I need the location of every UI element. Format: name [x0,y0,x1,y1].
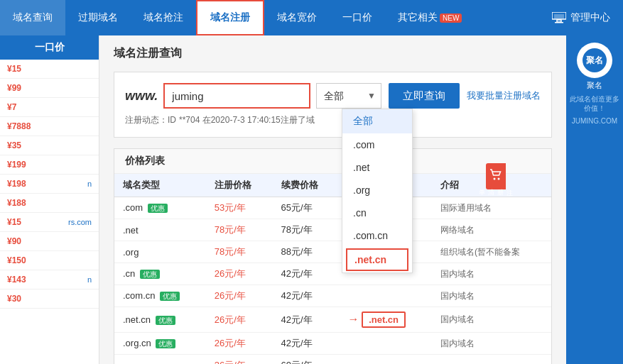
juming-text: 聚名 [577,80,612,91]
svg-point-5 [498,178,500,180]
cart-icon-area[interactable]: 注册清单 [486,163,506,189]
desc-cell: 国内域名 [432,307,551,333]
sidebar-price-8[interactable]: ¥188 [0,194,99,213]
search-row: www. 全部 .com .net .org .cn .com.cn .net.… [125,83,541,109]
promo-tag: 优惠 [148,204,168,213]
domain-type-cell: .cn 优惠 [114,263,206,285]
juming-circle: 聚名 [577,43,612,78]
main-content: 域名注册查询 www. 全部 .com .net .org .cn .com.c… [99,35,566,364]
renew-price-cell: 88元/年 [273,241,340,263]
table-row: .com.cn 优惠 26元/年 42元/年 国内域名 [114,285,551,307]
sidebar-price-13[interactable]: ¥30 [0,289,99,309]
sidebar-price-5[interactable]: ¥35 [0,136,99,155]
svg-text:聚名: 聚名 [586,55,603,65]
domain-search-input[interactable] [163,83,310,109]
dropdown-item-cn[interactable]: .cn [342,202,412,224]
sidebar-price-4[interactable]: ¥7888 [0,117,99,136]
promo-tag: 优惠 [140,270,160,279]
nav-domain-register[interactable]: 域名注册 [196,0,264,35]
domain-type-cell: .org.cn 优惠 [114,333,206,355]
reg-price-cell: 26元/年 [206,307,273,333]
tld-select[interactable]: 全部 .com .net .org .cn .com.cn .net.cn [316,83,381,109]
tld-dropdown: 全部 .com .net .org .cn .com.cn .net.cn [342,109,413,273]
juming-url: JUMING.COM [572,116,617,126]
domain-type-cell: .net.cn 优惠 [114,307,206,333]
dropdown-item-all[interactable]: 全部 [342,109,412,133]
table-row: .net.cn 优惠 26元/年 42元/年 → .net.cn 国内域名 [114,307,551,333]
table-row: .cn 优惠 26元/年 42元/年 国内域名 [114,263,551,285]
svg-point-4 [494,178,496,180]
main-layout: 一口价 ¥15 ¥99 ¥7 ¥7888 ¥35 ¥199 ¥198 n ¥18… [0,35,623,364]
page-title: 域名注册查询 [114,46,552,61]
renew-price-cell: 65元/年 [273,197,340,219]
dropdown-item-com[interactable]: .com [342,133,412,156]
domain-type-cell: .cc [114,355,206,365]
domain-type-cell: .org [114,241,206,263]
renew-price-cell: 42元/年 [273,307,340,333]
juming-logo-icon: 聚名 [582,48,607,73]
desc-cell: 国际通用域名 [432,197,551,219]
table-row: .cc 36元/年 60元/年 [114,355,551,365]
sidebar-price-1[interactable]: ¥15 [0,60,99,79]
domain-type-cell: .com 优惠 [114,197,206,219]
promo-tag: 优惠 [156,339,175,348]
reg-price-cell: 78元/年 [206,219,273,241]
nav-other[interactable]: 其它相关 NEW [385,0,475,35]
reg-price-cell: 26元/年 [206,285,273,307]
desc-cell [432,355,551,365]
col-domain-type: 域名类型 [114,174,206,197]
extra-price-cell [340,285,432,307]
nav-domain-snatch[interactable]: 域名抢注 [131,0,196,35]
desc-cell: 国内域名 [432,263,551,285]
dropdown-item-comcn[interactable]: .com.cn [342,224,412,247]
nav-domain-query[interactable]: 域名查询 [0,0,65,35]
sidebar-price-9[interactable]: ¥15 rs.com [0,213,99,232]
table-row: .net 78元/年 78元/年 网络域名 [114,219,551,241]
domain-type-cell: .com.cn 优惠 [114,285,206,307]
col-reg-price: 注册价格 [206,174,273,197]
price-table: 域名类型 注册价格 续费价格 格 介绍 .com 优惠 53元/年 [114,174,551,364]
renew-price-cell: 60元/年 [273,355,340,365]
dropdown-item-org[interactable]: .org [342,179,412,202]
sidebar: 一口价 ¥15 ¥99 ¥7 ¥7888 ¥35 ¥199 ¥198 n ¥18… [0,35,99,364]
sidebar-price-11[interactable]: ¥150 [0,251,99,270]
batch-register-link[interactable]: 我要批量注册域名 [467,89,541,102]
new-badge: NEW [440,13,462,23]
management-icon [552,12,566,23]
dropdown-item-netcn[interactable]: .net.cn [346,248,408,271]
nav-domain-pricing[interactable]: 域名宽价 [264,0,330,35]
sidebar-price-7[interactable]: ¥198 n [0,175,99,194]
col-renew-price: 续费价格 [273,174,340,197]
arrow-right-icon: → [348,313,359,325]
sidebar-price-12[interactable]: ¥143 n [0,270,99,289]
search-input-wrapper [163,83,310,109]
nav-right-area: 管理中心 [539,0,623,35]
juming-panel: 聚名 聚名 此域名创造更多价值！ JUMING.COM [566,35,623,364]
search-area: www. 全部 .com .net .org .cn .com.cn .net.… [114,72,552,138]
search-button[interactable]: 立即查询 [389,83,460,109]
sidebar-price-10[interactable]: ¥90 [0,232,99,251]
svg-rect-1 [554,14,564,18]
reg-price-cell: 78元/年 [206,241,273,263]
sidebar-price-2[interactable]: ¥99 [0,79,99,98]
renew-price-cell: 78元/年 [273,219,340,241]
domain-type-cell: .net [114,219,206,241]
nav-management-center[interactable]: 管理中心 [539,11,623,24]
desc-cell: 组织域名(暂不能备案 [432,241,551,263]
juming-logo: 聚名 聚名 [577,43,612,91]
reg-price-cell: 26元/年 [206,263,273,285]
renew-price-cell: 42元/年 [273,263,340,285]
renew-price-cell: 42元/年 [273,285,340,307]
reg-price-cell: 26元/年 [206,333,273,355]
sidebar-price-3[interactable]: ¥7 [0,98,99,117]
nav-fixed-price[interactable]: 一口价 [330,0,385,35]
cart-icon [489,169,502,180]
netcn-highlight-badge: .net.cn [362,311,406,328]
extra-price-cell [340,355,432,365]
table-row: .org.cn 优惠 26元/年 42元/年 国内域名 [114,333,551,355]
nav-expired-domain[interactable]: 过期域名 [65,0,131,35]
dropdown-item-net[interactable]: .net [342,156,412,179]
promo-tag: 优惠 [156,316,175,325]
renew-price-cell: 42元/年 [273,333,340,355]
sidebar-price-6[interactable]: ¥199 [0,155,99,175]
